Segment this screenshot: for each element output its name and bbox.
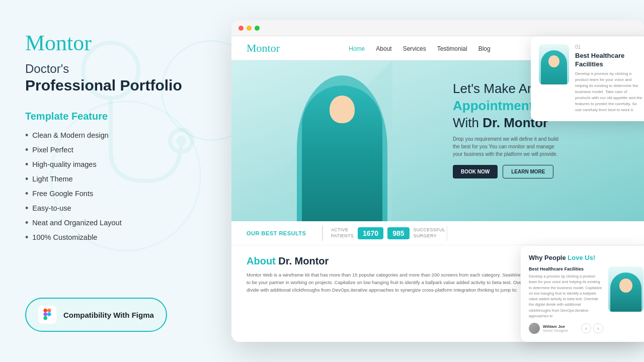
- learn-more-button[interactable]: LEARN MORE: [503, 165, 553, 178]
- nav-about[interactable]: About: [376, 44, 391, 53]
- stat-item-2: 985 SUCCESSFULSURGERY: [387, 227, 438, 239]
- stat1-value: 1670: [358, 227, 383, 239]
- svg-rect-6: [47, 309, 51, 313]
- card2-arrows: ‹ ›: [581, 323, 603, 333]
- nav-home[interactable]: Home: [349, 44, 365, 53]
- nav-testimonial[interactable]: Testimonial: [437, 44, 467, 53]
- left-panel: Montor Doctor's Professional Portfolio T…: [0, 0, 231, 362]
- book-now-button[interactable]: BOOK NOW: [453, 165, 498, 178]
- card2-prev-button[interactable]: ‹: [581, 323, 591, 333]
- card1-desc: Develop a process by clicking a product …: [575, 71, 643, 113]
- figma-text: Compatibility With Figma: [63, 311, 154, 319]
- card2-header: Why People Love Us!: [529, 254, 643, 261]
- browser-toolbar: [231, 20, 644, 36]
- svg-rect-5: [43, 309, 47, 313]
- hero-doctor-image: [297, 75, 387, 221]
- card2-subtitle: Best Healthcare Facilities: [529, 266, 603, 272]
- nav-links: Home About Services Testimonial Blog: [349, 44, 490, 53]
- hero-buttons: BOOK NOW LEARN MORE: [453, 165, 564, 178]
- floating-card-healthcare: 01 Best HealthcareFacilities Develop a p…: [531, 36, 644, 121]
- card1-title: Best HealthcareFacilities: [575, 52, 643, 69]
- svg-point-0: [83, 43, 138, 98]
- nav-services[interactable]: Services: [403, 44, 426, 53]
- figma-icon: [38, 306, 56, 324]
- stat-item-1: ACTIVEPATIENTS 1670: [331, 227, 383, 239]
- stat1-label: ACTIVEPATIENTS: [331, 227, 354, 239]
- svg-rect-7: [43, 312, 47, 316]
- card1-doctor-image: [539, 44, 569, 84]
- stats-divider-right: [447, 226, 448, 241]
- site-logo: Montor: [247, 42, 280, 55]
- stethoscope-bg: [70, 40, 201, 223]
- card2-user: William Joe Senior Designer ‹ ›: [529, 323, 603, 334]
- stat2-value: 985: [387, 227, 409, 239]
- about-title: About Dr. Montor: [247, 255, 553, 267]
- card1-number: 01: [575, 44, 643, 50]
- card1-figure: [541, 50, 567, 84]
- card2-text-area: Best Healthcare Facilities Develop a pro…: [529, 266, 603, 334]
- svg-point-9: [47, 312, 51, 316]
- card1-content: 01 Best HealthcareFacilities Develop a p…: [575, 44, 643, 113]
- stats-bar: OUR BEST RESULTS ACTIVEPATIENTS 1670 985…: [231, 221, 644, 245]
- svg-point-3: [176, 136, 186, 146]
- stats-label: OUR BEST RESULTS: [247, 230, 306, 236]
- stat2-label: SUCCESSFULSURGERY: [414, 227, 439, 239]
- card2-next-button[interactable]: ›: [593, 323, 603, 333]
- nav-blog[interactable]: Blog: [478, 44, 491, 53]
- hero-subtext: Drop you requirement we will define it a…: [453, 135, 564, 158]
- svg-rect-8: [43, 316, 47, 320]
- floating-card-testimonial: Why People Love Us! Best Healthcare Faci…: [521, 246, 644, 342]
- card2-avatar: [529, 323, 540, 334]
- card2-desc: Develop a process by clicking a product …: [529, 274, 603, 319]
- browser-dot-yellow: [247, 26, 252, 31]
- browser-dot-green: [255, 26, 260, 31]
- doctor-figure: [302, 85, 382, 221]
- about-desc: Montor Web is a wireframe kit that has m…: [247, 271, 553, 294]
- card2-username: William Joe: [543, 324, 568, 329]
- svg-rect-4: [38, 306, 56, 324]
- browser-dot-red: [238, 26, 244, 31]
- about-text: About Dr. Montor Montor Web is a wirefra…: [247, 255, 553, 326]
- card2-content: Best Healthcare Facilities Develop a pro…: [529, 266, 643, 334]
- card2-figure: [610, 273, 641, 312]
- card2-userrole: Senior Designer: [543, 329, 568, 332]
- figma-badge[interactable]: Compatibility With Figma: [25, 298, 167, 332]
- stats-divider: [322, 226, 323, 241]
- card2-user-info: William Joe Senior Designer: [543, 324, 568, 332]
- card2-doctor-image: [608, 266, 643, 312]
